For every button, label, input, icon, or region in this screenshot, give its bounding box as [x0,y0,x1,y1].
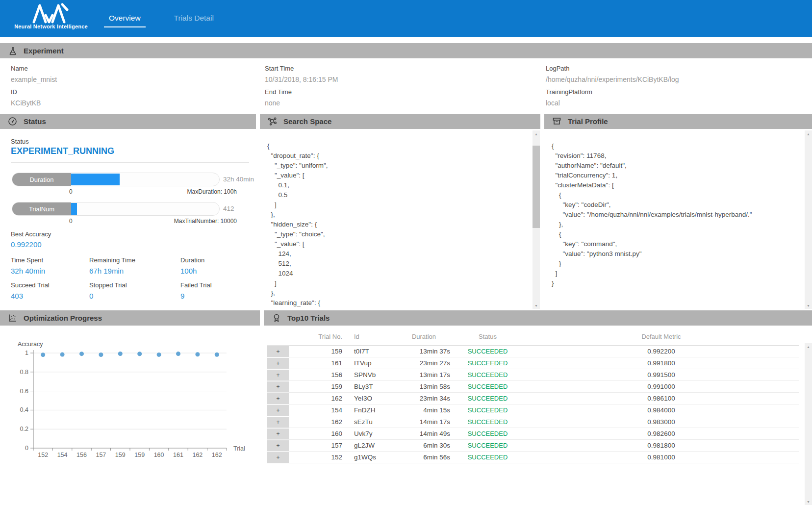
trial-id-cell: sEzTu [344,418,396,426]
duration-cell: 14min 17s [396,418,452,426]
x-tick-label: 159 [115,452,126,458]
optimization-section-header: Optimization Progress [0,310,260,326]
duration-cell: 13min 37s [396,348,452,355]
stat-label: Duration [180,256,246,264]
bar-max: MaxDuration: 100h [187,188,237,195]
stat-value: 32h 40min [11,267,89,275]
tab-overview[interactable]: Overview [104,11,146,26]
table-row: +154FnDZH4min 15sSUCCEEDED0.984000 [267,404,799,416]
expand-row-button[interactable]: + [267,452,289,463]
field-value: local [546,99,679,107]
x-tick-label: 156 [76,452,87,458]
field-value: /home/quzha/nni/experiments/KCiBytKB/log [546,76,679,83]
metric-cell: 0.981800 [523,442,799,449]
stat-label: Time Spent [11,256,89,264]
data-point[interactable] [99,353,103,357]
top10-scrollbar[interactable]: ▲ ▼ [805,343,812,505]
section-title: Experiment [24,47,64,55]
status-value: EXPERIMENT_RUNNING [11,146,114,156]
metric-cell: 0.992200 [523,348,799,355]
stat-duration: Duration 100h [180,256,246,275]
scroll-down-arrow[interactable]: ▼ [805,302,812,309]
y-tick-label: 0 [25,445,28,452]
section-title: Search Space [283,117,331,126]
divider [11,162,249,163]
search-space-section-header: Search Space [260,114,540,129]
medal-icon [272,313,281,323]
status-cell: SUCCEEDED [452,430,523,437]
data-point[interactable] [157,353,161,357]
table-row: +159BLy3T13min 58sSUCCEEDED0.991000 [267,381,799,393]
bar-max: MaxTrialNumber: 10000 [174,218,237,225]
status-stats: Time Spent 32h 40min Remaining Time 67h … [11,256,246,300]
status-cell: SUCCEEDED [452,418,523,426]
chart-x-axis-title: Trial [233,445,245,452]
status-section: Status Status EXPERIMENT_RUNNING Duratio… [0,114,256,309]
data-point[interactable] [176,352,180,356]
bar-min: 0 [69,218,73,225]
status-cell: SUCCEEDED [452,442,523,449]
data-point[interactable] [118,352,123,356]
trial-no-cell: 159 [289,383,344,390]
x-tick-label: 161 [173,452,183,458]
field-label: LogPath [546,65,679,72]
x-tick-label: 152 [38,452,48,458]
table-row: +162YeI3O23min 34sSUCCEEDED0.986100 [267,393,799,404]
data-point[interactable] [215,353,219,357]
trial-no-cell: 160 [289,430,344,437]
x-tick-label: 160 [154,452,164,458]
scroll-thumb[interactable] [533,146,540,228]
expand-row-button[interactable]: + [267,381,289,392]
duration-progress-bar: Duration [12,173,220,186]
duration-cell: 13min 58s [396,383,452,390]
trialnum-progress-bar: TrialNum [12,202,220,216]
status-label: Status [11,138,29,145]
data-point[interactable] [137,352,142,356]
table-row: +160Uvk7y14min 49sSUCCEEDED0.982600 [267,428,799,440]
x-tick-label: 162 [192,452,203,458]
field-label: TrainingPlatform [546,88,679,96]
experiment-col-3: LogPath /home/quzha/nni/experiments/KCiB… [546,65,679,112]
search-space-scrollbar[interactable]: ▲ ▼ [533,130,540,309]
trial-profile-section: Trial Profile { "revision": 11768, "auth… [544,114,812,309]
optimization-progress-section: Optimization Progress Accuracy 00.20.40.… [0,310,260,505]
data-point[interactable] [195,352,200,356]
expand-row-button[interactable]: + [267,440,289,451]
expand-row-button[interactable]: + [267,417,289,428]
metric-cell: 0.981000 [523,454,799,461]
trial-profile-json: { "revision": 11768, "authorName": "defa… [552,141,752,288]
stat-label: Remaining Time [89,256,180,264]
expand-row-button[interactable]: + [267,393,289,404]
trial-id-cell: g1WQs [344,454,396,461]
stat-value: 67h 19min [89,267,180,275]
section-title: Top10 Trials [287,314,330,322]
scroll-down-arrow[interactable]: ▼ [805,498,812,505]
table-row: +152g1WQs6min 56sSUCCEEDED0.981000 [267,452,799,463]
expand-row-button[interactable]: + [267,429,289,439]
stat-label: Stopped Trial [89,281,180,289]
tab-trials-detail[interactable]: Trials Detail [169,11,219,26]
data-point[interactable] [60,353,65,357]
scroll-up-arrow[interactable]: ▲ [805,130,812,137]
trialnum-bar-range: 0 MaxTrialNumber: 10000 [12,218,237,225]
data-point[interactable] [41,353,45,357]
duration-bar-label: Duration [12,173,71,186]
scroll-up-arrow[interactable]: ▲ [805,343,812,350]
expand-row-button[interactable]: + [267,370,289,380]
expand-row-button[interactable]: + [267,358,289,369]
data-point[interactable] [79,352,84,356]
trial-id-cell: t0I7T [344,348,396,355]
trial-profile-scrollbar[interactable]: ▲ ▼ [805,130,812,309]
col-default-metric: Default Metric [523,333,799,340]
scroll-up-arrow[interactable]: ▲ [533,130,540,137]
experiment-col-2: Start Time 10/31/2018, 8:16:15 PM End Ti… [265,65,546,112]
scroll-down-arrow[interactable]: ▼ [533,302,540,309]
metric-cell: 0.991800 [523,359,799,367]
status-section-header: Status [0,114,256,129]
trial-id-cell: Uvk7y [344,430,396,437]
expand-row-button[interactable]: + [267,405,289,416]
expand-row-button[interactable]: + [267,346,289,357]
status-cell: SUCCEEDED [452,348,523,355]
best-accuracy-value: 0.992200 [11,240,42,249]
gauge-icon [8,117,17,126]
